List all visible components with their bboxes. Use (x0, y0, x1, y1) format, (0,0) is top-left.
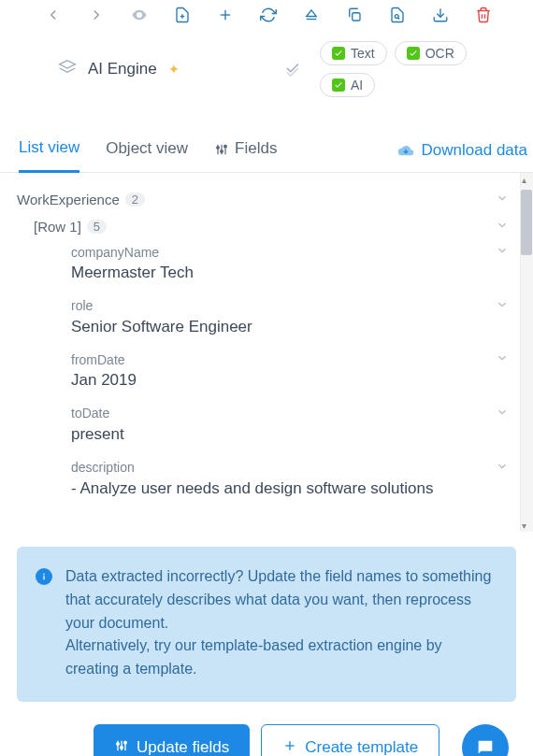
svg-point-0 (138, 14, 141, 17)
sliders-icon (214, 142, 229, 157)
plus-icon[interactable] (217, 6, 234, 24)
group-header[interactable]: WorkExperience 2 (17, 186, 509, 213)
toolbar (0, 0, 533, 30)
field-role: role Senior Software Engineer (34, 294, 509, 349)
svg-point-18 (221, 150, 223, 152)
check-icon (332, 78, 345, 92)
stack-icon (58, 59, 77, 80)
tab-object-view[interactable]: Object view (106, 130, 188, 171)
sliders-icon (114, 738, 129, 756)
download-data-button[interactable]: Download data (397, 141, 527, 160)
nav-forward-icon[interactable] (88, 6, 105, 24)
field-label: companyName (71, 245, 159, 260)
cloud-icon (397, 144, 414, 157)
svg-point-19 (224, 145, 227, 148)
info-text: Data extracted incorrectly? Update the f… (65, 565, 497, 681)
fields-list: WorkExperience 2 [Row 1] 5 companyName M… (0, 173, 533, 532)
row-label: [Row 1] (34, 219, 81, 235)
svg-rect-21 (43, 574, 45, 576)
engine-label: AI Engine (88, 60, 157, 78)
scrollbar-thumb[interactable] (521, 190, 532, 255)
tab-list-view[interactable]: List view (19, 129, 79, 173)
subgroup-row1: [Row 1] 5 companyName Meermaster Tech ro… (17, 213, 509, 509)
row-count: 5 (87, 220, 107, 234)
field-value[interactable]: - Analyze user needs and design software… (71, 478, 509, 501)
chevron-down-icon (496, 192, 509, 207)
badge-text[interactable]: Text (320, 41, 387, 65)
field-description: description - Analyze user needs and des… (34, 456, 509, 510)
chevron-down-icon[interactable] (496, 244, 509, 260)
svg-point-26 (121, 747, 123, 749)
checks-icon[interactable] (284, 60, 301, 79)
tab-fields[interactable]: Fields (214, 130, 277, 171)
check-icon (407, 47, 420, 60)
svg-rect-7 (353, 13, 360, 21)
button-label: Update fields (137, 738, 229, 756)
fields-content: WorkExperience 2 [Row 1] 5 companyName M… (0, 173, 533, 532)
tabs-row: List view Object view Fields Download da… (0, 129, 533, 173)
search-file-icon[interactable] (389, 6, 406, 24)
info-line1: Data extracted incorrectly? Update the f… (65, 568, 491, 631)
info-icon (36, 568, 52, 585)
fab-button[interactable] (462, 724, 509, 756)
info-line2: Alternatively, try our template-based ex… (65, 637, 442, 677)
copy-icon[interactable] (346, 6, 363, 24)
eject-icon[interactable] (303, 6, 320, 24)
download-icon[interactable] (432, 6, 449, 24)
field-label: toDate (71, 406, 109, 421)
create-template-button[interactable]: Create template (261, 724, 439, 756)
badge-label: Text (351, 46, 375, 61)
tab-fields-label: Fields (235, 139, 277, 157)
eye-icon[interactable] (131, 6, 148, 24)
chevron-down-icon[interactable] (496, 460, 509, 476)
field-group-workexperience: WorkExperience 2 [Row 1] 5 companyName M… (17, 182, 509, 513)
chevron-down-icon[interactable] (496, 406, 509, 421)
field-value[interactable]: present (71, 423, 509, 447)
new-file-icon[interactable] (174, 6, 191, 24)
field-value[interactable]: Jan 2019 (71, 369, 509, 392)
sparkle-icon: ✦ (168, 62, 180, 77)
svg-rect-20 (43, 576, 45, 579)
update-fields-button[interactable]: Update fields (94, 724, 250, 756)
button-label: Create template (305, 738, 418, 756)
badge-ocr[interactable]: OCR (395, 41, 467, 65)
badge-ai[interactable]: AI (320, 73, 375, 97)
field-value[interactable]: Meermaster Tech (71, 262, 509, 285)
scroll-up-icon[interactable]: ▴ (522, 175, 531, 184)
badge-label: OCR (425, 46, 454, 61)
svg-point-8 (395, 15, 398, 19)
info-box: Data extracted incorrectly? Update the f… (17, 547, 516, 702)
scrollbar[interactable]: ▴ ▾ (520, 173, 533, 532)
svg-marker-13 (60, 60, 76, 67)
row-header[interactable]: [Row 1] 5 (34, 213, 509, 240)
plus-icon (282, 738, 297, 756)
svg-point-27 (124, 741, 127, 744)
field-fromdate: fromDate Jan 2019 (34, 348, 509, 402)
field-companyname: companyName Meermaster Tech (34, 240, 509, 294)
group-label: WorkExperience (17, 192, 120, 207)
badge-label: AI (351, 78, 363, 93)
download-label: Download data (422, 141, 527, 160)
trash-icon[interactable] (475, 6, 492, 24)
bottom-buttons: Update fields Create template (0, 702, 533, 756)
scroll-down-icon[interactable]: ▾ (522, 521, 531, 530)
field-todate: toDate present (34, 402, 509, 456)
chevron-down-icon[interactable] (496, 298, 509, 314)
group-count: 2 (125, 193, 145, 207)
svg-line-9 (398, 18, 400, 20)
engine-row: AI Engine ✦ Text OCR AI (0, 30, 533, 112)
field-label: description (71, 460, 135, 475)
refresh-icon[interactable] (260, 6, 277, 24)
nav-back-icon[interactable] (45, 6, 62, 24)
field-label: fromDate (71, 352, 125, 367)
chevron-down-icon[interactable] (496, 351, 509, 367)
chevron-down-icon (496, 219, 509, 235)
svg-point-25 (117, 743, 120, 746)
badges: Text OCR AI (320, 41, 488, 97)
chat-icon (475, 737, 496, 756)
svg-point-17 (217, 146, 220, 149)
check-icon (332, 47, 345, 60)
field-value[interactable]: Senior Software Engineer (71, 316, 509, 339)
svg-marker-5 (307, 10, 317, 17)
field-label: role (71, 298, 93, 313)
